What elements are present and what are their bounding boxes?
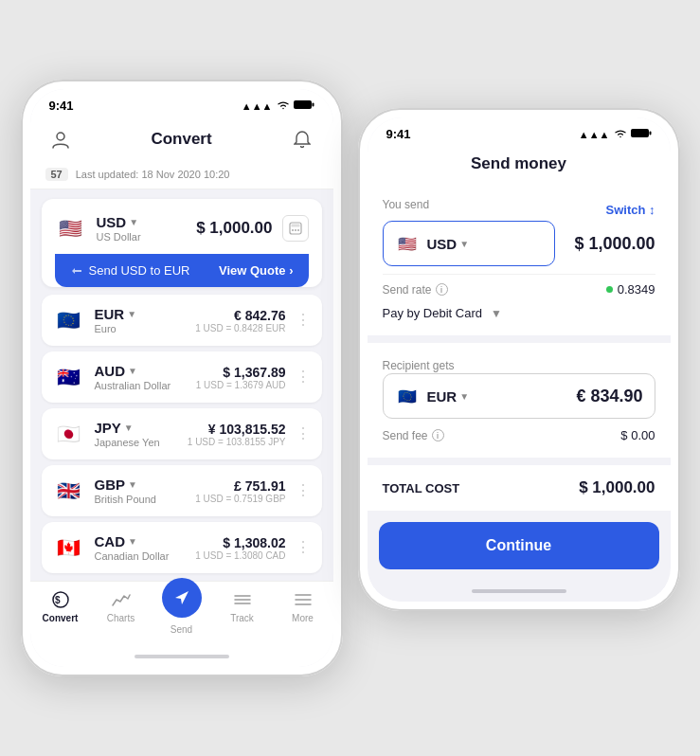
rate-info-icon[interactable]: i — [436, 283, 448, 296]
you-send-section: You send Switch ↕ 🇺🇸 USD ▼ — [368, 185, 671, 335]
action-label: Send USD to EUR — [70, 263, 190, 278]
send-home-indicator — [368, 581, 671, 602]
battery-icon — [294, 99, 314, 112]
svg-rect-16 — [631, 129, 649, 137]
list-item[interactable]: 🇪🇺 EUR ▼ Euro € 842.76 — [42, 295, 322, 346]
update-bar: 57 Last updated: 18 Nov 2020 10:20 — [30, 162, 333, 189]
tab-convert-label: Convert — [43, 613, 79, 623]
send-header: Send money — [368, 147, 671, 185]
list-item[interactable]: 🇨🇦 CAD ▼ Canadian Dollar — [42, 522, 322, 573]
tab-send[interactable]: Send — [152, 589, 212, 635]
status-icons: ▲▲▲ — [242, 99, 314, 112]
more-icon — [293, 589, 314, 610]
eur-flag: 🇪🇺 — [53, 304, 85, 336]
main-currency-amount: $ 1,000.00 — [196, 219, 272, 238]
tab-track[interactable]: Track — [212, 589, 273, 635]
send-status-bar: 9:41 ▲▲▲ — [368, 117, 671, 147]
continue-button[interactable]: Continue — [379, 522, 659, 569]
profile-icon[interactable] — [47, 126, 74, 153]
main-currency-left: 🇺🇸 USD ▼ US Dollar — [55, 212, 141, 244]
svg-rect-0 — [294, 100, 312, 109]
tab-convert[interactable]: $ Convert — [30, 589, 91, 635]
main-currency-code: USD ▼ — [97, 214, 141, 230]
rate-label: Send rate i — [383, 283, 448, 297]
svg-point-5 — [292, 229, 294, 231]
recipient-eur-chevron: ▼ — [459, 391, 469, 402]
update-badge: 57 — [45, 168, 68, 181]
scene: 9:41 ▲▲▲ — [2, 61, 699, 695]
recipient-eur-flag: 🇪🇺 — [395, 384, 420, 408]
cad-menu-icon[interactable]: ⋮ — [296, 540, 311, 555]
gbp-menu-icon[interactable]: ⋮ — [296, 483, 311, 498]
recipient-amount: € 834.90 — [576, 387, 642, 406]
tab-more[interactable]: More — [273, 589, 333, 635]
phone-send-screen: 9:41 ▲▲▲ — [368, 117, 671, 602]
main-currency-card[interactable]: 🇺🇸 USD ▼ US Dollar $ 1,000.00 — [42, 199, 322, 287]
send-icon — [162, 578, 202, 618]
view-quote-btn[interactable]: View Quote › — [219, 263, 294, 278]
pay-method-row[interactable]: Pay by Debit Card ▼ — [383, 300, 655, 322]
fee-value: $ 0.00 — [620, 428, 655, 442]
send-currency-selector[interactable]: 🇺🇸 USD ▼ — [383, 221, 556, 266]
bell-icon[interactable] — [289, 126, 315, 153]
home-bar — [135, 655, 229, 658]
home-indicator — [30, 646, 333, 667]
switch-button[interactable]: Switch ↕ — [605, 203, 655, 217]
jpy-right: ¥ 103,815.52 1 USD = 103.8155 JPY ⋮ — [188, 422, 311, 447]
fee-info-icon[interactable]: i — [432, 429, 444, 441]
gbp-name: British Pound — [95, 494, 156, 505]
recipient-left: 🇪🇺 EUR ▼ — [395, 384, 470, 408]
aud-left: 🇦🇺 AUD ▼ Australian Dollar — [53, 361, 171, 393]
phone-convert: 9:41 ▲▲▲ — [21, 80, 343, 676]
calculator-icon[interactable] — [282, 215, 309, 242]
rate-row: Send rate i 0.8349 — [383, 274, 655, 300]
aud-menu-icon[interactable]: ⋮ — [296, 369, 311, 385]
svg-text:$: $ — [55, 595, 61, 605]
svg-rect-17 — [649, 132, 651, 135]
svg-rect-1 — [312, 103, 314, 107]
screen-title: Convert — [151, 130, 211, 149]
update-text: Last updated: 18 Nov 2020 10:20 — [76, 169, 230, 180]
pay-method-label: Pay by Debit Card — [383, 306, 483, 320]
usd-flag: 🇺🇸 — [55, 212, 87, 244]
eur-right: € 842.76 1 USD = 0.8428 EUR ⋮ — [195, 308, 310, 333]
send-battery-icon — [631, 128, 652, 140]
action-bar[interactable]: Send USD to EUR View Quote › — [55, 254, 309, 287]
tab-more-label: More — [292, 613, 314, 623]
eur-left: 🇪🇺 EUR ▼ Euro — [53, 304, 137, 336]
recipient-eur-code: EUR ▼ — [427, 388, 470, 405]
list-item[interactable]: 🇦🇺 AUD ▼ Australian Dollar — [42, 351, 322, 403]
you-send-label-row: You send Switch ↕ — [383, 198, 655, 221]
signal-icon: ▲▲▲ — [242, 100, 273, 112]
send-amount-value: $ 1,000.00 — [574, 234, 655, 254]
list-item[interactable]: 🇯🇵 JPY ▼ Japanese Yen ¥ 1 — [42, 408, 322, 459]
usd-chevron: ▼ — [129, 217, 138, 227]
eur-menu-icon[interactable]: ⋮ — [296, 313, 311, 328]
tab-track-label: Track — [230, 613, 254, 623]
jpy-flag: 🇯🇵 — [53, 418, 85, 450]
recipient-currency-box[interactable]: 🇪🇺 EUR ▼ € 834.90 — [383, 373, 655, 419]
status-time: 9:41 — [49, 99, 74, 113]
tab-charts[interactable]: Charts — [91, 589, 152, 635]
svg-point-6 — [295, 229, 296, 231]
send-signal-icon: ▲▲▲ — [579, 129, 610, 140]
phone-convert-screen: 9:41 ▲▲▲ — [30, 89, 333, 667]
fee-row: Send fee i $ 0.00 — [383, 419, 655, 444]
phone-send: 9:41 ▲▲▲ — [358, 108, 680, 611]
aud-code: AUD ▼ — [95, 363, 171, 379]
eur-code: EUR ▼ — [95, 306, 137, 322]
main-currency-info: USD ▼ US Dollar — [97, 214, 141, 243]
cad-flag: 🇨🇦 — [53, 531, 85, 564]
jpy-menu-icon[interactable]: ⋮ — [296, 426, 311, 441]
total-cost-value: $ 1,000.00 — [579, 478, 655, 497]
jpy-left: 🇯🇵 JPY ▼ Japanese Yen — [53, 418, 160, 450]
you-send-input-row: 🇺🇸 USD ▼ $ 1,000.00 — [383, 221, 655, 266]
eur-name: Euro — [95, 323, 137, 334]
cad-left: 🇨🇦 CAD ▼ Canadian Dollar — [53, 531, 170, 564]
main-currency-row: 🇺🇸 USD ▼ US Dollar $ 1,000.00 — [55, 212, 309, 244]
gbp-right: £ 751.91 1 USD = 0.7519 GBP ⋮ — [195, 478, 310, 504]
wifi-icon — [277, 100, 290, 112]
jpy-code: JPY ▼ — [95, 420, 160, 436]
total-section: TOTAL COST $ 1,000.00 — [368, 465, 671, 511]
list-item[interactable]: 🇬🇧 GBP ▼ British Pound £ — [42, 465, 322, 516]
